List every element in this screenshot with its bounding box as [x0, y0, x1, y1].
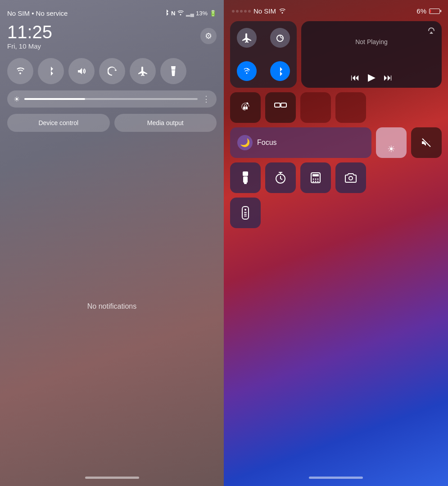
android-airplane-tile[interactable] [130, 58, 156, 84]
control-center-grid: Not Playing ⏮ ▶ ⏭ [230, 21, 442, 228]
cc-row-2 [230, 92, 442, 123]
brightness-options-button[interactable]: ⋮ [202, 94, 210, 104]
ios-battery-icon [429, 9, 440, 14]
android-time: 11:25 [7, 22, 52, 42]
android-carrier: No SIM • No service [7, 9, 68, 17]
camera-icon [344, 172, 357, 183]
signal-dot-1 [232, 10, 235, 13]
battery-icon: 🔋 [209, 10, 217, 17]
remote-button[interactable] [230, 198, 261, 228]
mute-button[interactable] [411, 127, 442, 158]
timer-icon [274, 171, 287, 184]
ios-status-right: 6% [416, 7, 440, 15]
android-action-buttons: Device control Media output [7, 114, 217, 132]
brightness-row: ☀ ⋮ [7, 90, 217, 108]
cc-row-4 [230, 162, 442, 193]
svg-rect-6 [244, 183, 247, 184]
ios-signal-dots [232, 10, 251, 13]
focus-moon-icon: 🌙 [237, 135, 253, 150]
android-time-row: 11:25 Fri, 10 May ⚙ [7, 22, 217, 50]
play-button[interactable]: ▶ [368, 72, 376, 83]
android-home-indicator[interactable] [85, 477, 139, 479]
svg-rect-4 [243, 171, 248, 176]
wifi-status-icon [177, 10, 184, 17]
cellular-icon-circle [270, 28, 290, 48]
brightness-fill [24, 98, 85, 100]
focus-button[interactable]: 🌙 Focus [230, 127, 371, 158]
camera-button[interactable] [335, 162, 366, 193]
wifi-icon-circle [237, 61, 257, 81]
signal-dot-2 [236, 10, 239, 13]
bluetooth-icon [164, 9, 169, 18]
brightness-bar[interactable] [24, 98, 198, 100]
fast-forward-button[interactable]: ⏭ [384, 72, 393, 83]
flashlight-button[interactable] [230, 162, 261, 193]
ios-bluetooth-button[interactable] [263, 54, 297, 88]
cc-row-3: 🌙 Focus ☀ [230, 127, 442, 158]
ios-status-left: No SIM [232, 7, 286, 15]
android-panel: No SIM • No service N ▂▄ 13% 🔋 11:25 Fri… [0, 0, 224, 486]
now-playing-tile[interactable]: Not Playing ⏮ ▶ ⏭ [301, 21, 442, 88]
signal-dot-4 [244, 10, 247, 13]
svg-point-13 [313, 181, 314, 182]
android-wifi-tile[interactable] [7, 58, 33, 84]
svg-point-11 [315, 179, 317, 180]
mute-icon [421, 138, 431, 148]
battery-fill [430, 9, 431, 13]
bluetooth-icon-circle [270, 61, 290, 81]
rotation-lock-icon [240, 102, 251, 113]
airplane-mode-button[interactable] [230, 21, 263, 54]
ios-tile-extra-2[interactable] [335, 92, 366, 123]
svg-rect-21 [244, 216, 247, 216]
ios-carrier: No SIM [253, 7, 276, 15]
airplane-icon-circle [237, 28, 257, 48]
svg-rect-20 [244, 214, 247, 215]
screen-mirror-icon [274, 103, 287, 112]
airplay-icon[interactable] [427, 27, 435, 36]
rotation-lock-button[interactable] [230, 92, 261, 123]
svg-point-18 [244, 209, 246, 211]
battery-shell [429, 9, 440, 14]
svg-rect-5 [243, 176, 248, 183]
android-battery: 13% [196, 10, 208, 17]
android-flashlight-tile[interactable] [160, 58, 186, 84]
android-bluetooth-tile[interactable] [38, 58, 64, 84]
calculator-button[interactable] [300, 162, 331, 193]
android-quick-tiles [7, 58, 217, 84]
airplay-svg [427, 27, 435, 34]
brightness-icon: ☀ [14, 95, 20, 104]
now-playing-controls: ⏮ ▶ ⏭ [308, 72, 435, 83]
ios-panel: No SIM 6% [224, 0, 448, 486]
svg-point-15 [317, 181, 319, 182]
ios-wifi-button[interactable] [230, 54, 263, 88]
svg-point-10 [313, 179, 314, 180]
timer-button[interactable] [265, 162, 296, 193]
ios-status-bar: No SIM 6% [230, 7, 442, 15]
svg-point-12 [317, 179, 319, 180]
screen-mirror-button[interactable] [265, 92, 296, 123]
android-sync-tile[interactable] [99, 58, 125, 84]
signal-dot-3 [240, 10, 243, 13]
media-output-button[interactable]: Media output [114, 114, 217, 132]
settings-button[interactable]: ⚙ [200, 28, 217, 44]
svg-rect-9 [312, 174, 319, 176]
android-status-bar: No SIM • No service N ▂▄ 13% 🔋 [7, 9, 217, 18]
android-sound-tile[interactable] [68, 58, 95, 84]
svg-point-14 [315, 181, 317, 182]
svg-point-16 [349, 176, 353, 180]
connectivity-tile[interactable] [230, 21, 297, 88]
rewind-button[interactable]: ⏮ [351, 72, 360, 83]
airplane-icon [242, 33, 252, 43]
focus-label: Focus [257, 139, 277, 147]
cellular-button[interactable] [263, 21, 297, 54]
calculator-icon [310, 172, 321, 184]
flashlight-icon [241, 171, 249, 184]
ios-home-indicator[interactable] [309, 477, 363, 479]
now-playing-top [308, 27, 435, 36]
device-control-button[interactable]: Device control [7, 114, 110, 132]
ios-tile-extra-1[interactable] [300, 92, 331, 123]
brightness-button[interactable]: ☀ [376, 127, 407, 158]
android-status-right: N ▂▄ 13% 🔋 [164, 9, 217, 18]
android-date: Fri, 10 May [7, 42, 52, 50]
ios-wifi-ctrl-icon [242, 68, 251, 75]
